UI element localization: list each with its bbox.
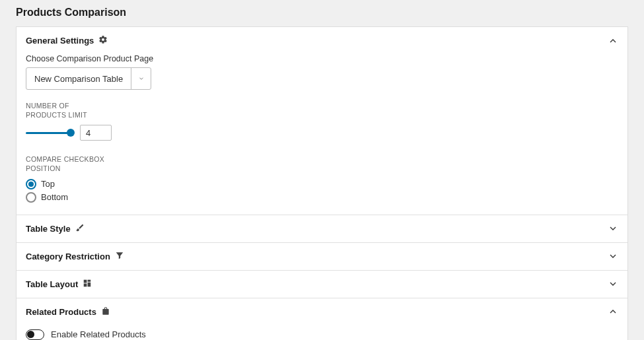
section-title-table-layout: Table Layout xyxy=(26,279,78,289)
section-header-table-style[interactable]: Table Style xyxy=(17,215,627,242)
products-limit-label: NUMBER OF PRODUCTS LIMIT xyxy=(26,102,112,119)
radio-option-top[interactable]: Top xyxy=(26,179,618,189)
section-title-related-products: Related Products xyxy=(26,307,96,317)
chevron-down-icon xyxy=(608,251,618,261)
filter-icon xyxy=(115,251,124,262)
radio-option-bottom[interactable]: Bottom xyxy=(26,192,618,203)
toggle-knob xyxy=(27,331,34,338)
radio-label-top: Top xyxy=(41,179,55,189)
section-title-category-restriction: Category Restriction xyxy=(26,252,110,261)
bag-icon xyxy=(101,306,110,318)
chevron-up-icon xyxy=(608,306,618,317)
radio-circle xyxy=(26,192,36,203)
section-general-settings: General Settings Choose Comparison Produ… xyxy=(17,27,627,215)
gear-icon xyxy=(98,35,108,46)
enable-related-label: Enable Related Products xyxy=(51,329,146,339)
section-table-style: Table Style xyxy=(17,215,627,243)
product-page-selected: New Comparison Table xyxy=(26,68,131,89)
section-body-general: Choose Comparison Product Page New Compa… xyxy=(17,54,627,215)
brush-icon xyxy=(75,223,85,234)
section-header-category-restriction[interactable]: Category Restriction xyxy=(17,243,627,270)
section-table-layout: Table Layout xyxy=(17,271,627,298)
chevron-down-icon xyxy=(608,223,618,234)
product-page-label: Choose Comparison Product Page xyxy=(26,54,618,63)
section-category-restriction: Category Restriction xyxy=(17,243,627,271)
layout-icon xyxy=(83,279,92,290)
page-title: Products Comparison xyxy=(0,0,644,26)
settings-panel: General Settings Choose Comparison Produ… xyxy=(16,26,628,340)
checkbox-position-label: COMPARE CHECKBOX POSITION xyxy=(26,155,112,173)
section-title-table-style: Table Style xyxy=(26,224,71,234)
slider-thumb[interactable] xyxy=(67,129,75,137)
checkbox-position-group: Top Bottom xyxy=(26,179,618,203)
section-header-table-layout[interactable]: Table Layout xyxy=(17,271,627,298)
radio-label-bottom: Bottom xyxy=(41,192,68,202)
chevron-down-icon xyxy=(131,68,151,89)
product-page-select[interactable]: New Comparison Table xyxy=(26,67,151,90)
section-header-general[interactable]: General Settings xyxy=(17,27,627,54)
radio-dot xyxy=(28,182,34,187)
products-limit-input[interactable] xyxy=(80,125,112,141)
enable-related-toggle[interactable] xyxy=(26,329,44,340)
chevron-down-icon xyxy=(608,279,618,289)
chevron-up-icon xyxy=(608,36,618,46)
section-header-related-products[interactable]: Related Products xyxy=(17,298,627,325)
section-body-related-products: Enable Related Products xyxy=(17,325,627,340)
products-limit-slider[interactable] xyxy=(26,129,73,137)
section-title-general: General Settings xyxy=(26,36,94,46)
section-related-products: Related Products Enable Related Products xyxy=(17,298,627,340)
radio-circle xyxy=(26,179,36,189)
